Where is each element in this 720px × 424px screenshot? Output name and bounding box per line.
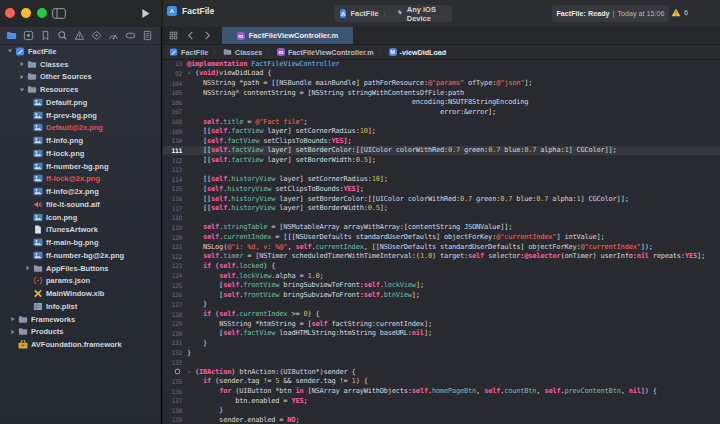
disclosure-closed-icon[interactable] [10,316,18,322]
run-button[interactable] [139,7,151,20]
code-text[interactable]: for (UIButton *btn in [NSArray arrayWith… [187,387,657,395]
code-line[interactable]: 107 error:&error]; [163,107,720,117]
tree-item[interactable]: Default@2x.png [0,122,160,135]
line-number[interactable]: 108 [163,118,182,125]
code-text[interactable]: } [187,300,207,308]
disclosure-open-icon[interactable] [7,48,15,54]
tree-item[interactable]: Other Sources [0,71,160,84]
disclosure-closed-icon[interactable] [19,74,27,80]
code-text[interactable]: if (self.locked) { [187,262,275,270]
bookmark-navigator-icon[interactable] [37,29,54,43]
code-line[interactable]: 114 [[self.historyView layer] setCornerR… [163,175,720,185]
code-text[interactable]: [self.frontView bringSubviewToFront:self… [187,281,424,289]
line-number[interactable]: 132 [163,349,182,356]
code-line[interactable]: 126 [self.frontView bringSubviewToFront:… [163,290,720,300]
code-line[interactable]: 136 for (UIButton *btn in [NSArray array… [163,386,720,396]
zoom-window-button[interactable] [37,8,47,18]
code-text[interactable]: self.title = @"Fact file"; [187,118,307,126]
code-line[interactable]: 106 encoding:NSUTF8StringEncoding [163,98,720,108]
code-text[interactable]: [[self.factView layer] setCornerRadius:1… [187,127,376,135]
code-text[interactable]: NSString *htmString = [self factString:c… [187,320,432,328]
code-line[interactable]: 138 } [163,406,720,416]
tree-item[interactable]: AppFiles-Buttons [0,262,160,275]
code-text[interactable]: @implementation FactFileViewController [187,60,340,68]
line-number[interactable]: 138 [163,407,182,414]
code-line[interactable]: 109 [[self.factView layer] setCornerRadi… [163,126,720,136]
tree-item[interactable]: ff-info.png [0,134,160,147]
minimize-window-button[interactable] [21,8,31,18]
code-line[interactable]: 115 [self.historyView setClipsToBounds:Y… [163,184,720,194]
forward-icon[interactable] [200,29,214,43]
code-text[interactable]: [[self.historyView layer] setBorderWidth… [187,204,388,212]
code-line[interactable]: 108 self.title = @"Fact file"; [163,117,720,127]
breadcrumb-item[interactable]: M-viewDidLoad [389,48,447,57]
code-line[interactable]: 113 [163,165,720,175]
code-line[interactable]: 133 [163,357,720,367]
code-text[interactable]: } [187,406,223,414]
code-line[interactable]: 122 self.timer = [NSTimer scheduledTimer… [163,252,720,262]
toggle-navigator-icon[interactable] [51,7,67,20]
code-text[interactable]: NSLog(@"i: %d, v: %@", self.currentIndex… [187,243,653,251]
tab-overview-icon[interactable] [166,29,180,43]
source-editor[interactable]: 13@implementation FactFileViewController… [163,59,720,424]
code-text[interactable]: NSString* contentString = [NSString stri… [187,89,464,97]
tree-item[interactable]: MainWindow.xib [0,287,160,300]
tree-item[interactable]: Info.plist [0,300,160,313]
project-navigator-icon[interactable] [3,29,20,43]
disclosure-closed-icon[interactable] [10,329,18,335]
tree-item[interactable]: AVFoundation.framework [0,338,160,351]
line-number[interactable]: 121 [163,243,182,250]
code-text[interactable]: NSString *path = [[NSBundle mainBundle] … [187,79,532,87]
code-line[interactable]: 119 self.stringTable = [NSMutableArray a… [163,223,720,233]
line-number[interactable]: 109 [163,128,182,135]
code-text[interactable]: } [187,349,191,357]
line-number[interactable]: 129 [163,320,182,327]
code-line[interactable]: 135 if (sender.tag != 5 && sender.tag !=… [163,377,720,387]
line-number[interactable]: 131 [163,339,182,346]
code-line[interactable]: 117 [[self.historyView layer] setBorderW… [163,203,720,213]
line-number[interactable]: 126 [163,291,182,298]
code-line[interactable]: 123 if (self.locked) { [163,261,720,271]
line-number[interactable]: 105 [163,89,182,96]
tree-item[interactable]: params.json [0,275,160,288]
code-text[interactable]: [self.historyView setClipsToBounds:YES]; [187,185,364,193]
code-line[interactable]: 105 NSString* contentString = [NSString … [163,88,720,98]
breadcrumb-item[interactable]: Classes [223,48,262,57]
line-number[interactable]: 133 [163,359,182,366]
tree-item[interactable]: ff-main-bg.png [0,236,160,249]
line-number[interactable]: 120 [163,234,182,241]
tree-item[interactable]: file-it-sound.aif [0,198,160,211]
line-number[interactable]: 127 [163,301,182,308]
tree-item[interactable]: ff-lock@2x.png [0,173,160,186]
tree-item[interactable]: FactFile [0,45,160,58]
breadcrumb-item[interactable]: mFactFileViewController.m [277,48,374,57]
code-text[interactable]: self.lockView.alpha = 1.0; [187,272,324,280]
source-control-navigator-icon[interactable] [20,29,37,43]
line-number[interactable]: 118 [163,214,182,221]
line-number[interactable]: 115 [163,185,182,192]
code-text[interactable]: if (sender.tag != 5 && sender.tag != 1) … [187,377,368,385]
breakpoint-navigator-icon[interactable] [122,29,139,43]
code-text[interactable]: if (self.currentIndex >= 0) { [187,310,320,318]
line-number[interactable]: 123 [163,262,182,269]
tree-item[interactable]: Icon.png [0,211,160,224]
line-number[interactable]: 107 [163,108,182,115]
tree-item[interactable]: ff-prev-bg.png [0,109,160,122]
line-number[interactable]: 136 [163,388,182,395]
code-text[interactable]: btn.enabled = YES; [187,397,307,405]
code-text[interactable]: } [187,339,207,347]
code-line[interactable]: 110 [self.factView setClipsToBounds:YES]… [163,136,720,146]
code-text[interactable]: self.stringTable = [NSMutableArray array… [187,223,512,231]
issue-navigator-icon[interactable] [71,29,88,43]
code-text[interactable]: sender.enabled = NO; [187,416,299,424]
code-text[interactable]: error:&error]; [187,108,496,116]
line-number[interactable]: 122 [163,253,182,260]
debug-navigator-icon[interactable] [105,29,122,43]
line-number[interactable]: 124 [163,272,182,279]
line-number[interactable]: 110 [163,137,182,144]
find-navigator-icon[interactable] [54,29,71,43]
code-line[interactable]: 130 [self.factView loadHTMLString:htmStr… [163,329,720,339]
code-line[interactable]: 112 [[self.factView layer] setBorderWidt… [163,155,720,165]
code-text[interactable]: self.timer = [NSTimer scheduledTimerWith… [187,252,705,260]
code-line[interactable]: 137 btn.enabled = YES; [163,396,720,406]
